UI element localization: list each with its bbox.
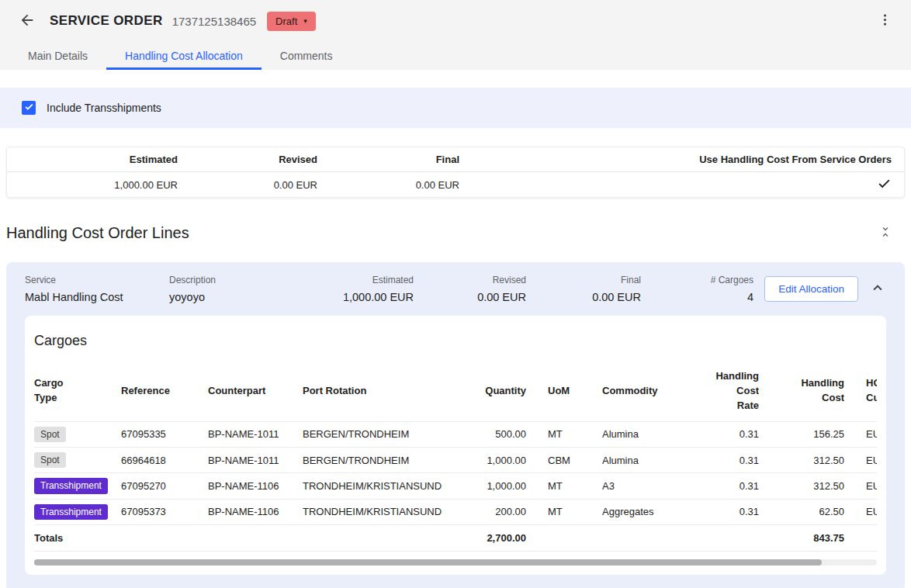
field-final: Final 0.00 EUR — [526, 275, 641, 303]
cargo-hc-currency: EUR — [844, 447, 877, 472]
include-transshipments-bar: Include Transshipments — [0, 88, 911, 128]
cargo-port-rotation: TRONDHEIM/KRISTIANSUND — [303, 499, 458, 524]
cargo-row: Transshipment 67095373 BP-NAME-1106 TRON… — [34, 499, 877, 524]
cargo-quantity: 1,000.00 — [458, 473, 526, 499]
cargo-reference: 67095270 — [121, 473, 208, 499]
totals-quantity: 2,700.00 — [458, 525, 526, 552]
cargo-hc-currency: EUR — [844, 473, 877, 499]
summary-col-estimated: Estimated — [7, 154, 178, 165]
summary-col-use-handling-cost: Use Handling Cost From Service Orders — [459, 154, 892, 165]
cargo-handling-cost: 156.25 — [759, 421, 844, 447]
cargo-counterpart: BP-NAME-1106 — [208, 499, 303, 524]
field-revised-value: 0.00 EUR — [414, 291, 526, 303]
column-header-handling-cost: Handling Cost — [759, 361, 844, 421]
cargo-type-badge: Spot — [34, 427, 66, 442]
cargo-reference: 67095335 — [121, 421, 208, 447]
use-handling-cost-check-icon[interactable] — [877, 176, 892, 193]
edit-allocation-button[interactable]: Edit Allocation — [764, 276, 858, 302]
cargo-commodity: Aggregates — [584, 499, 692, 524]
summary-final-value: 0.00 EUR — [317, 179, 459, 191]
cargo-handling-cost-rate: 0.31 — [692, 447, 759, 472]
cargo-uom: CBM — [526, 447, 584, 472]
handling-cost-summary-table: Estimated Revised Final Use Handling Cos… — [6, 147, 905, 198]
cargo-row: Spot 67095335 BP-NAME-1011 BERGEN/TRONDH… — [34, 421, 877, 447]
collapse-all-icon[interactable] — [878, 225, 892, 242]
cargo-type-badge: Spot — [34, 452, 66, 468]
column-header-port-rotation: Port Rotation — [303, 361, 458, 421]
cargo-quantity: 1,000.00 — [458, 447, 526, 472]
totals-row: Totals 2,700.00 843.75 — [34, 525, 877, 552]
tab-main-details[interactable]: Main Details — [9, 42, 106, 70]
tab-handling-cost-allocation[interactable]: Handling Cost Allocation — [106, 42, 262, 70]
field-final-value: 0.00 EUR — [526, 291, 641, 303]
cargo-port-rotation: BERGEN/TRONDHEIM — [303, 447, 458, 472]
include-transshipments-label: Include Transshipments — [47, 102, 161, 114]
order-number: 1737125138465 — [172, 15, 256, 28]
cargo-type-badge: Transshipment — [34, 478, 108, 493]
cargo-quantity: 200.00 — [458, 499, 526, 524]
field-description-value: yoyoyo — [169, 291, 313, 303]
order-line-card: Service Mabl Handling Cost Description y… — [6, 262, 905, 588]
more-options-button[interactable] — [875, 9, 895, 33]
app-header: SERVICE ORDER 1737125138465 Draft ▾ Main… — [0, 0, 911, 70]
field-description: Description yoyoyo — [169, 275, 313, 303]
status-badge-label: Draft — [275, 16, 297, 27]
field-cargo-count-label: # Cargoes — [641, 275, 753, 285]
page-title: SERVICE ORDER — [50, 13, 163, 29]
cargo-uom: MT — [526, 421, 584, 447]
column-header-reference: Reference — [121, 361, 208, 421]
include-transshipments-checkbox[interactable] — [22, 101, 36, 115]
column-header-handling-cost-rate: Handling Cost Rate — [692, 361, 759, 421]
cargo-quantity: 500.00 — [458, 421, 526, 447]
cargo-counterpart: BP-NAME-1106 — [208, 473, 303, 499]
field-cargo-count-value: 4 — [641, 291, 753, 303]
field-estimated: Estimated 1,000.00 EUR — [313, 275, 414, 303]
summary-estimated-value: 1,000.00 EUR — [7, 179, 178, 191]
cargo-handling-cost-rate: 0.31 — [692, 499, 759, 524]
column-header-quantity: Quantity — [458, 361, 526, 421]
cargo-hc-currency: EUR — [844, 421, 877, 447]
order-line-header: Service Mabl Handling Cost Description y… — [25, 275, 886, 303]
back-arrow-icon — [19, 12, 36, 31]
cargoes-card: Cargoes Cargo Type Reference Counterpart… — [25, 316, 886, 575]
cargo-counterpart: BP-NAME-1011 — [208, 447, 303, 472]
horizontal-scrollbar-thumb[interactable] — [34, 559, 822, 566]
cargo-uom: MT — [526, 473, 584, 499]
cargo-uom: MT — [526, 499, 584, 524]
field-final-label: Final — [526, 275, 641, 285]
cargo-commodity: Alumina — [584, 421, 692, 447]
horizontal-scrollbar-track[interactable] — [34, 559, 877, 566]
cargo-commodity: Alumina — [584, 447, 692, 472]
summary-revised-value: 0.00 EUR — [178, 179, 317, 191]
caret-down-icon: ▾ — [303, 18, 307, 25]
field-estimated-value: 1,000.00 EUR — [313, 291, 414, 303]
cargo-row: Spot 66964618 BP-NAME-1011 BERGEN/TRONDH… — [34, 447, 877, 472]
collapse-line-chevron-up-icon[interactable] — [869, 279, 886, 299]
column-header-commodity: Commodity — [584, 361, 692, 421]
cargo-handling-cost: 62.50 — [759, 499, 844, 524]
tab-comments[interactable]: Comments — [262, 42, 352, 70]
cargo-handling-cost-rate: 0.31 — [692, 473, 759, 499]
field-revised-label: Revised — [414, 275, 526, 285]
field-service-value: Mabl Handling Cost — [25, 291, 169, 303]
summary-col-final: Final — [317, 154, 459, 165]
cargo-hc-currency: EUR — [844, 499, 877, 524]
cargo-counterpart: BP-NAME-1011 — [208, 421, 303, 447]
column-header-cargo-type: Cargo Type — [34, 361, 121, 421]
checkbox-check-icon — [24, 101, 34, 115]
header-top-row: SERVICE ORDER 1737125138465 Draft ▾ — [0, 0, 911, 42]
cargoes-table: Cargo Type Reference Counterpart Port Ro… — [34, 361, 877, 552]
cargo-handling-cost: 312.50 — [759, 473, 844, 499]
status-dropdown[interactable]: Draft ▾ — [267, 12, 316, 31]
column-header-uom: UoM — [526, 361, 584, 421]
cargoes-title: Cargoes — [34, 333, 877, 349]
cargoes-header-row: Cargo Type Reference Counterpart Port Ro… — [34, 361, 877, 421]
tab-bar: Main Details Handling Cost Allocation Co… — [0, 42, 911, 70]
cargo-port-rotation: TRONDHEIM/KRISTIANSUND — [303, 473, 458, 499]
cargoes-table-viewport: Cargo Type Reference Counterpart Port Ro… — [34, 361, 877, 552]
cargo-type-badge: Transshipment — [34, 504, 108, 520]
column-header-hc-currency: HC Currency — [844, 361, 877, 421]
back-button[interactable] — [16, 9, 39, 34]
cargo-handling-cost: 312.50 — [759, 447, 844, 472]
kebab-menu-icon — [878, 12, 892, 29]
